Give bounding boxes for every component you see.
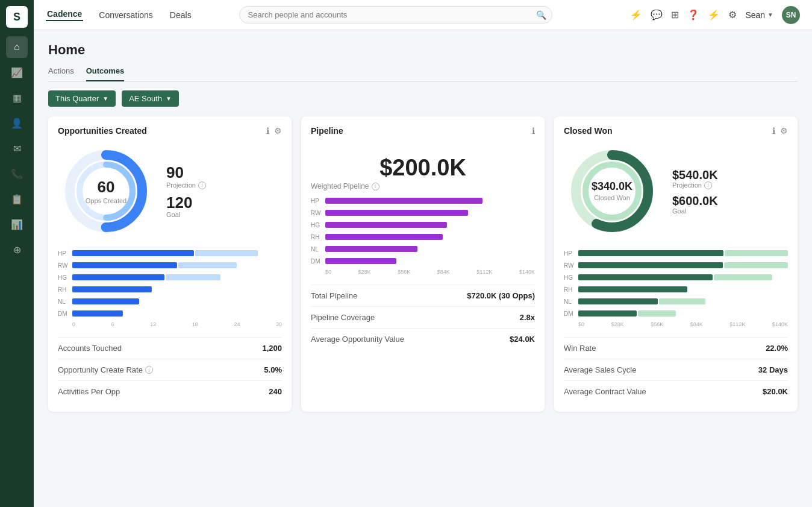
card-pipeline-title: Pipeline	[311, 126, 343, 136]
barchart-bars-nl	[72, 297, 282, 306]
apps-icon[interactable]: ⊞	[671, 9, 679, 20]
sidebar-icon-integrations[interactable]: ⊕	[6, 239, 28, 260]
avatar[interactable]: SN	[782, 6, 800, 24]
card-closed-title: Closed Won	[564, 126, 613, 136]
opps-metric-rate-value: 5.0%	[264, 365, 282, 374]
sidebar-icon-home[interactable]: ⌂	[6, 36, 28, 58]
page-content: Home Actions Outcomes This Quarter ▼ AE …	[34, 30, 812, 507]
card-pipeline-info-icon[interactable]: ℹ	[532, 126, 535, 136]
filter-team[interactable]: AE South ▼	[122, 90, 179, 107]
pipeline-metric-coverage: Pipeline Coverage 2.8x	[311, 306, 535, 328]
closed-bar-nl-dark	[578, 298, 658, 304]
pipeline-row-rh: RH	[311, 233, 535, 241]
pipeline-metric-avg-label: Average Opportunity Value	[311, 335, 404, 344]
bar-rw-dark	[72, 262, 177, 268]
pipeline-row-rw: RW	[311, 209, 535, 217]
user-menu[interactable]: Sean ▼	[745, 10, 773, 20]
search-input[interactable]	[239, 6, 552, 24]
pipeline-bar-rh	[325, 234, 443, 240]
opps-projection-stat: 90 Projection i	[166, 164, 206, 189]
pipeline-barchart-axis: $0$28K$56K$84K$112K$140K	[311, 269, 535, 275]
closed-metric-cycle-label: Average Sales Cycle	[564, 365, 636, 374]
pipeline-bar-hg	[325, 222, 447, 228]
closed-gauge-label: Closed Won	[592, 194, 632, 201]
sidebar-icon-tasks[interactable]: 📋	[6, 188, 28, 210]
opps-goal-value: 120	[166, 194, 206, 212]
barchart-label-rw: RW	[58, 262, 72, 269]
pipeline-label-nl: NL	[311, 246, 325, 253]
tab-actions[interactable]: Actions	[48, 66, 74, 81]
sidebar: S ⌂ 📈 ▦ 👤 ✉ 📞 📋 📊 ⊕	[0, 0, 34, 507]
message-icon[interactable]: 💬	[651, 9, 663, 20]
card-pipeline-icons: ℹ	[532, 126, 535, 136]
closed-bar-rw-light	[724, 262, 788, 268]
sidebar-icon-users[interactable]: 👤	[6, 112, 28, 134]
pipeline-label-rw: RW	[311, 210, 325, 216]
card-opps-created: Opportunities Created ℹ ⚙	[48, 116, 292, 412]
pipeline-bar-nl	[325, 246, 417, 252]
nav-link-conversations[interactable]: Conversations	[98, 10, 154, 20]
top-nav: Cadence Conversations Deals 🔍 ⚡ 💬 ⊞ ❓ ⚡ …	[34, 0, 812, 30]
filter-period-label: This Quarter	[55, 94, 99, 103]
closed-bar-dm-dark	[578, 310, 637, 316]
card-closed-settings-icon[interactable]: ⚙	[780, 126, 788, 136]
closed-bars-nl	[578, 297, 788, 306]
closed-label-hp: HP	[564, 250, 578, 257]
activity-icon[interactable]: ⚡	[630, 9, 642, 20]
opps-barchart-axis: 0612182430	[58, 321, 282, 327]
barchart-bars-hp	[72, 249, 282, 257]
closed-metric-contract-value: $20.0K	[763, 387, 788, 396]
settings-icon[interactable]: ⚙	[728, 9, 737, 20]
help-icon[interactable]: ❓	[687, 9, 699, 20]
card-closed-header: Closed Won ℹ ⚙	[564, 126, 788, 136]
closed-goal-value: $600.0K	[672, 194, 718, 207]
pipeline-bars-hg	[325, 221, 535, 229]
cards-grid: Opportunities Created ℹ ⚙	[48, 116, 798, 412]
closed-bars-hp	[578, 249, 788, 257]
sidebar-icon-grid[interactable]: ▦	[6, 87, 28, 109]
closed-projection-label: Projection i	[672, 181, 718, 189]
sidebar-icon-activity[interactable]: 📈	[6, 61, 28, 83]
closed-metric-contract-label: Average Contract Value	[564, 387, 646, 396]
pipeline-bars-hp	[325, 197, 535, 205]
opps-metric-rate-label: Opportunity Create Rate i	[58, 365, 153, 374]
opps-metric-rate: Opportunity Create Rate i 5.0%	[58, 359, 282, 380]
bar-dm-dark	[72, 310, 123, 316]
sidebar-icon-mail[interactable]: ✉	[6, 137, 28, 159]
closed-row-dm: DM	[564, 309, 788, 318]
bar-hg-light	[166, 274, 220, 280]
card-closed-won: Closed Won ℹ ⚙ $340.0K	[554, 116, 798, 412]
pipeline-row-hp: HP	[311, 197, 535, 205]
card-opps-settings-icon[interactable]: ⚙	[274, 126, 282, 136]
tab-outcomes[interactable]: Outcomes	[86, 66, 125, 81]
opps-metric-activities-value: 240	[269, 387, 282, 396]
closed-projection-stat: $540.0K Projection i	[672, 168, 718, 189]
opps-projection-value: 90	[166, 164, 206, 181]
lightning-icon[interactable]: ⚡	[708, 9, 720, 20]
nav-link-deals[interactable]: Deals	[169, 10, 193, 20]
filter-team-label: AE South	[129, 94, 162, 103]
barchart-row-rh: RH	[58, 285, 282, 294]
nav-link-cadence[interactable]: Cadence	[46, 9, 83, 21]
opps-metric-accounts: Accounts Touched 1,200	[58, 337, 282, 359]
filter-bar: This Quarter ▼ AE South ▼	[48, 90, 798, 107]
search-icon: 🔍	[536, 10, 546, 20]
closed-metric-contract: Average Contract Value $20.0K	[564, 380, 788, 402]
closed-barchart-axis: $0$28K$56K$84K$112K$140K	[564, 321, 788, 327]
closed-gauge: $340.0K Closed Won	[564, 143, 660, 239]
bar-nl-dark	[72, 298, 139, 304]
main-area: Cadence Conversations Deals 🔍 ⚡ 💬 ⊞ ❓ ⚡ …	[34, 0, 812, 507]
barchart-bars-dm	[72, 309, 282, 318]
closed-bar-hg-dark	[578, 274, 713, 280]
pipeline-bars-rw	[325, 209, 535, 217]
pipeline-label-dm: DM	[311, 258, 325, 265]
card-closed-info-icon[interactable]: ℹ	[772, 126, 775, 136]
closed-row-rw: RW	[564, 261, 788, 269]
card-opps-info-icon[interactable]: ℹ	[266, 126, 269, 136]
sidebar-icon-phone[interactable]: 📞	[6, 163, 28, 184]
closed-goal-stat: $600.0K Goal	[672, 194, 718, 215]
closed-row-rh: RH	[564, 285, 788, 294]
bar-rh-dark	[72, 286, 152, 292]
filter-period[interactable]: This Quarter ▼	[48, 90, 116, 107]
sidebar-icon-reports[interactable]: 📊	[6, 213, 28, 235]
